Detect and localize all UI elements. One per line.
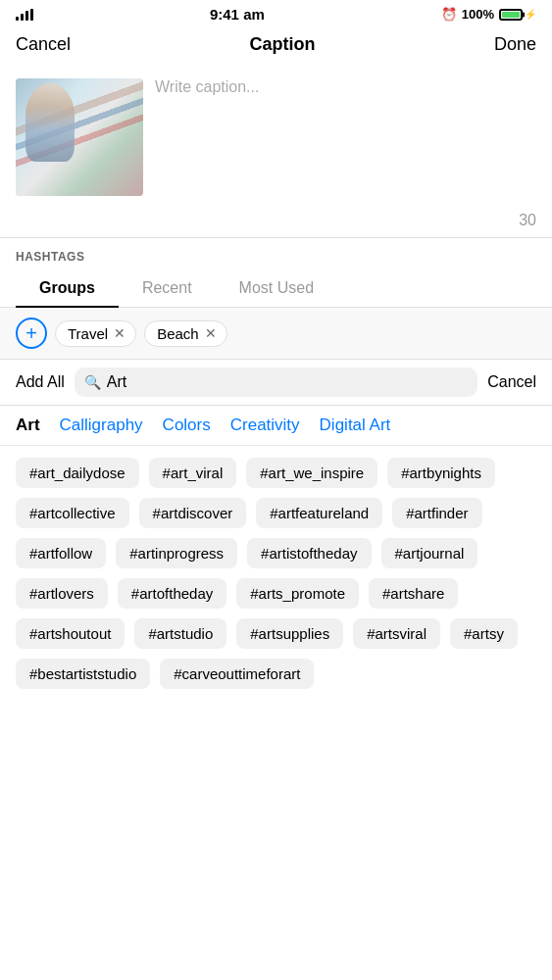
cat-tab-art[interactable]: Art — [16, 416, 40, 435]
hashtag-chip[interactable]: #artistoftheday — [247, 538, 371, 568]
tab-groups[interactable]: Groups — [16, 271, 119, 307]
hashtag-chip[interactable]: #artdiscover — [139, 498, 247, 528]
hashtag-chip[interactable]: #artbynights — [387, 458, 495, 488]
page-title: Caption — [250, 34, 316, 55]
tab-recent[interactable]: Recent — [119, 271, 216, 307]
add-all-button[interactable]: Add All — [16, 373, 65, 391]
hashtag-chip[interactable]: #artjournal — [381, 538, 478, 568]
caption-placeholder: Write caption... — [155, 78, 259, 95]
nav-bar: Cancel Caption Done — [0, 26, 552, 67]
hashtag-chip[interactable]: #artshoutout — [16, 618, 125, 649]
hashtag-chip[interactable]: #artfinder — [392, 498, 481, 528]
thumbnail-image — [16, 78, 143, 196]
battery-icon: ⚡ — [499, 9, 536, 21]
hashtag-chip[interactable]: #artsupplies — [236, 618, 343, 649]
hashtags-grid: #art_dailydose#art_viral#art_we_inspire#… — [0, 446, 552, 701]
search-bar: Add All 🔍 Cancel — [0, 360, 552, 406]
battery-percent: 100% — [462, 7, 494, 22]
hashtag-chip[interactable]: #carveouttimeforart — [160, 659, 314, 689]
tags-row: + Travel ✕ Beach ✕ — [0, 308, 552, 360]
hashtag-chip[interactable]: #bestartiststudio — [16, 659, 150, 689]
hashtag-chip[interactable]: #artinprogress — [116, 538, 237, 568]
hashtag-chip[interactable]: #artfollow — [16, 538, 106, 568]
hashtag-chip[interactable]: #art_viral — [149, 458, 237, 488]
status-bar: 9:41 am ⏰ 100% ⚡ — [0, 0, 552, 26]
tag-beach: Beach ✕ — [144, 320, 227, 347]
tab-most-used[interactable]: Most Used — [216, 271, 337, 307]
hashtag-tabs: Groups Recent Most Used — [0, 271, 552, 308]
alarm-icon: ⏰ — [441, 7, 457, 22]
caption-area: Write caption... — [0, 67, 552, 208]
done-button[interactable]: Done — [494, 34, 536, 55]
charging-icon: ⚡ — [525, 9, 536, 20]
hashtags-label: HASHTAGS — [0, 238, 552, 271]
media-thumbnail — [16, 78, 143, 196]
remove-travel-button[interactable]: ✕ — [114, 326, 125, 340]
hashtag-chip[interactable]: #art_we_inspire — [246, 458, 377, 488]
tag-travel: Travel ✕ — [55, 320, 136, 347]
hashtag-chip[interactable]: #artfeatureland — [256, 498, 382, 528]
cat-tab-creativity[interactable]: Creativity — [230, 416, 300, 435]
tag-label: Beach — [157, 325, 199, 342]
hashtag-chip[interactable]: #artstudio — [134, 618, 226, 649]
hashtag-chip[interactable]: #artcollective — [16, 498, 129, 528]
category-tabs: Art Calligraphy Colors Creativity Digita… — [0, 406, 552, 446]
status-time: 9:41 am — [210, 6, 265, 23]
hashtag-chip[interactable]: #artsviral — [353, 618, 440, 649]
cat-tab-digital-art[interactable]: Digital Art — [320, 416, 391, 435]
hashtag-chip[interactable]: #art_dailydose — [16, 458, 139, 488]
hashtag-chip[interactable]: #artlovers — [16, 578, 108, 609]
hashtag-chip[interactable]: #artoftheday — [118, 578, 226, 609]
hashtag-chip[interactable]: #arts_promote — [236, 578, 359, 609]
cancel-button[interactable]: Cancel — [16, 34, 71, 55]
search-input[interactable] — [107, 373, 468, 391]
tag-label: Travel — [68, 325, 108, 342]
hashtag-chip[interactable]: #artsy — [450, 618, 518, 649]
search-input-container: 🔍 — [75, 368, 477, 397]
cat-tab-colors[interactable]: Colors — [163, 416, 211, 435]
signal-icon — [16, 9, 33, 21]
cat-tab-calligraphy[interactable]: Calligraphy — [60, 416, 143, 435]
caption-input-area[interactable]: Write caption... — [143, 78, 536, 196]
remove-beach-button[interactable]: ✕ — [205, 326, 217, 340]
add-tag-button[interactable]: + — [16, 318, 47, 349]
char-count-row: 30 — [0, 208, 552, 237]
search-icon: 🔍 — [84, 374, 101, 390]
cancel-search-button[interactable]: Cancel — [487, 373, 536, 391]
hashtag-chip[interactable]: #artshare — [369, 578, 458, 609]
char-count: 30 — [519, 212, 536, 229]
status-left — [16, 9, 33, 21]
status-right: ⏰ 100% ⚡ — [441, 7, 536, 22]
